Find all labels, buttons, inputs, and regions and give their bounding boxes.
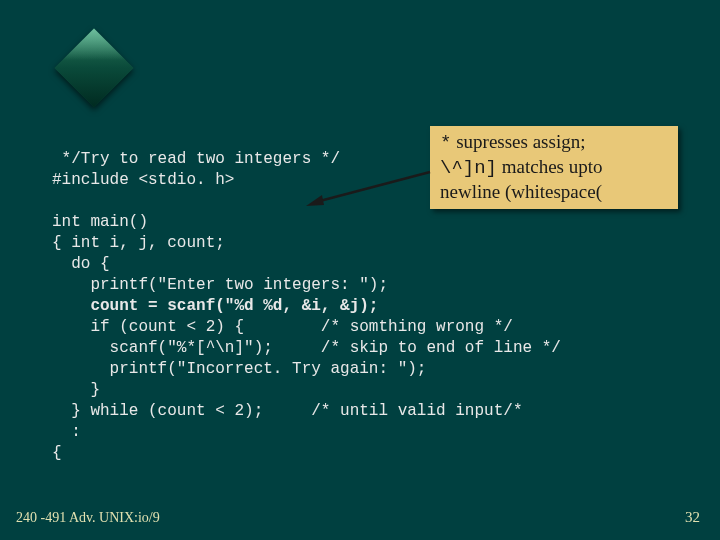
code-line: }	[52, 381, 100, 399]
callout-line: \^]n] matches upto	[440, 155, 668, 180]
code-line: :	[52, 423, 81, 441]
code-line: if (count < 2) { /* somthing wrong */	[52, 318, 513, 336]
decorative-diamond	[54, 28, 134, 108]
footer-course: 240 -491 Adv. UNIX:io/9	[16, 510, 160, 526]
code-line: printf("Incorrect. Try again: ");	[52, 360, 426, 378]
page-number: 32	[685, 509, 700, 526]
code-line: #include <stdio. h>	[52, 171, 234, 189]
code-line: */Try to read two integers */	[52, 150, 340, 168]
arrow-icon	[302, 168, 432, 208]
code-line: scanf("%*[^\n]"); /* skip to end of line…	[52, 339, 561, 357]
code-line: {	[52, 444, 62, 462]
code-line-highlight: count = scanf("%d %d, &i, &j);	[52, 297, 378, 315]
callout-line: newline (whitespace(	[440, 180, 668, 203]
code-line: printf("Enter two integers: ");	[52, 276, 388, 294]
code-line: { int i, j, count;	[52, 234, 225, 252]
svg-marker-1	[306, 195, 324, 206]
callout-line: * supresses assign;	[440, 130, 668, 155]
annotation-callout: * supresses assign; \^]n] matches upto n…	[430, 126, 678, 209]
svg-line-0	[316, 172, 430, 202]
code-line: int main()	[52, 213, 148, 231]
code-line: do {	[52, 255, 110, 273]
code-line: } while (count < 2); /* until valid inpu…	[52, 402, 522, 420]
